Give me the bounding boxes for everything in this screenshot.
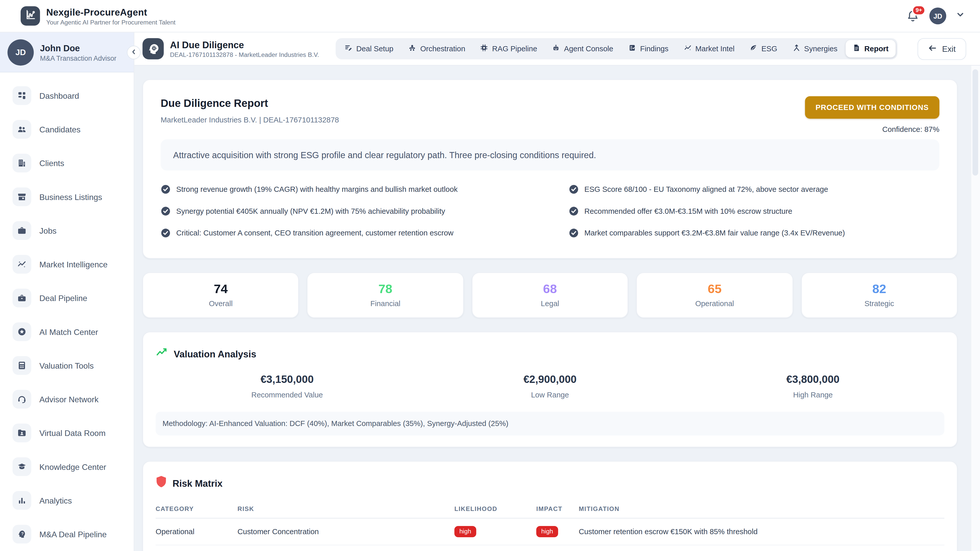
robot-icon	[552, 44, 560, 54]
app-title: Nexgile-ProcureAgent	[46, 6, 175, 17]
tab-esg[interactable]: ESG	[743, 40, 784, 58]
shield-icon	[156, 475, 167, 491]
tab-rag-pipeline[interactable]: RAG Pipeline	[473, 40, 544, 58]
due-diligence-report-card: Due Diligence Report MarketLeader Indust…	[142, 79, 957, 259]
chevron-left-icon	[130, 47, 137, 58]
sidebar-item-deal-pipeline[interactable]: Deal Pipeline	[13, 289, 134, 307]
sidebar-item-clients[interactable]: Clients	[13, 154, 134, 172]
profile-name: John Doe	[40, 43, 116, 53]
page-title: AI Due Diligence	[170, 39, 336, 50]
proceed-with-conditions-button[interactable]: PROCEED WITH CONDITIONS	[805, 96, 939, 119]
app-window: Nexgile-ProcureAgent Your Agentic AI Par…	[0, 0, 980, 551]
clipboard-check-icon	[628, 44, 636, 54]
user-avatar[interactable]: JD	[929, 7, 946, 24]
score-card-financial: 78 Financial	[307, 272, 463, 318]
chip-icon	[480, 44, 488, 54]
exit-button[interactable]: Exit	[918, 38, 966, 60]
score-label: Overall	[143, 299, 298, 308]
sidebar-item-candidates[interactable]: Candidates	[13, 120, 134, 138]
sidebar-item-dashboard[interactable]: Dashboard	[13, 86, 134, 105]
key-highlights: Strong revenue growth (19% CAGR) with he…	[161, 184, 939, 240]
score-card-operational: 65 Operational	[636, 272, 793, 318]
valuation-high-range: €3,800,000 High Range	[681, 373, 944, 399]
trend-sparkle-icon	[683, 44, 692, 54]
highlight-item: Strong revenue growth (19% CAGR) with he…	[161, 184, 531, 197]
score-value: 74	[143, 281, 298, 297]
sidebar-item-ma-deal-pipeline[interactable]: ? M&A Deal Pipeline	[13, 525, 134, 543]
valuation-analysis-card: Valuation Analysis €3,150,000 Recommende…	[142, 332, 957, 447]
star-circle-icon	[13, 322, 31, 341]
business-case-icon	[13, 289, 31, 307]
score-value: 65	[637, 281, 792, 297]
dashboard-icon	[13, 86, 31, 105]
score-label: Strategic	[802, 299, 957, 308]
notifications-button[interactable]: 9+	[906, 9, 920, 23]
highlight-item: Recommended offer €3.0M-€3.15M with 10% …	[569, 206, 939, 219]
tab-synergies[interactable]: Synergies	[785, 40, 844, 58]
executive-summary: Attractive acquisition with strong ESG p…	[161, 139, 939, 170]
tab-orchestration[interactable]: Orchestration	[401, 40, 472, 58]
valuation-title: Valuation Analysis	[174, 348, 256, 359]
risk-table-header: Category Risk Likelihood Impact Mitigati…	[156, 502, 945, 519]
tab-agent-console[interactable]: Agent Console	[546, 40, 620, 58]
main-content: Due Diligence Report MarketLeader Indust…	[135, 65, 980, 551]
chevron-down-icon[interactable]	[956, 10, 965, 22]
svg-text:?: ?	[21, 531, 24, 536]
document-icon	[853, 44, 861, 54]
sidebar-profile: JD John Doe M&A Transaction Advisor	[0, 32, 134, 73]
content-scrollbar[interactable]	[970, 65, 980, 551]
risk-table-row: Operational Key Person Dependency high h…	[156, 545, 945, 551]
score-card-overall: 74 Overall	[142, 272, 299, 318]
risk-mitigation: CEO 24-month transition with deferred co…	[579, 545, 945, 551]
arrow-left-icon	[928, 43, 937, 54]
check-circle-icon	[569, 228, 579, 241]
sidebar-item-valuation-tools[interactable]: Valuation Tools	[13, 356, 134, 375]
risk-name: Customer Concentration	[238, 519, 455, 545]
score-label: Operational	[637, 299, 792, 308]
sidebar-item-analytics[interactable]: Analytics	[13, 491, 134, 510]
tab-market-intel[interactable]: Market Intel	[676, 40, 741, 58]
sidebar-item-virtual-data-room[interactable]: Virtual Data Room	[13, 424, 134, 442]
merge-icon	[792, 44, 800, 54]
scrollbar-thumb[interactable]	[973, 69, 978, 176]
calculator-icon	[13, 356, 31, 375]
check-circle-icon	[161, 206, 170, 219]
sidebar-item-advisor-network[interactable]: Advisor Network	[13, 390, 134, 408]
sidebar-nav: Dashboard Candidates Clients Business Li…	[0, 73, 134, 544]
tab-report[interactable]: Report	[845, 40, 895, 58]
tab-findings[interactable]: Findings	[621, 40, 675, 58]
impact-badge: high	[536, 526, 558, 537]
sidebar-item-business-listings[interactable]: Business Listings	[13, 187, 134, 206]
page-subtitle: DEAL-1767101132878 - MarketLeader Indust…	[170, 51, 336, 58]
leaf-icon	[749, 44, 758, 54]
sidebar-item-ai-match-center[interactable]: AI Match Center	[13, 322, 134, 341]
folder-user-icon	[13, 424, 31, 442]
network-hub-icon	[408, 44, 417, 54]
risk-name: Key Person Dependency	[238, 545, 455, 551]
score-value: 82	[802, 281, 957, 297]
valuation-recommended: €3,150,000 Recommended Value	[156, 373, 418, 399]
check-circle-icon	[569, 206, 579, 219]
app-tagline: Your Agentic AI Partner for Procurement …	[46, 18, 175, 25]
sidebar-item-knowledge-center[interactable]: Knowledge Center	[13, 457, 134, 476]
score-value: 78	[308, 281, 463, 297]
sidebar-item-jobs[interactable]: Jobs	[13, 221, 134, 240]
highlight-item: Synergy potential €405K annually (NPV €1…	[161, 206, 531, 219]
graduation-icon	[13, 457, 31, 476]
valuation-methodology: Methodology: AI-Enhanced Valuation: DCF …	[156, 412, 945, 435]
highlight-item: ESG Score 68/100 - EU Taxonomy aligned a…	[569, 184, 939, 197]
score-card-legal: 68 Legal	[472, 272, 628, 318]
profile-role: M&A Transaction Advisor	[40, 54, 116, 62]
tab-bar: Deal Setup Orchestration RAG Pipeline Ag…	[336, 38, 897, 59]
page-header: AI Due Diligence DEAL-1767101132878 - Ma…	[135, 32, 980, 65]
chart-logo-icon	[24, 9, 37, 23]
tab-deal-setup[interactable]: Deal Setup	[337, 40, 400, 58]
brand-block: Nexgile-ProcureAgent Your Agentic AI Par…	[46, 6, 175, 25]
sidebar-item-market-intelligence[interactable]: Market Intelligence	[13, 255, 134, 273]
risk-mitigation: Customer retention escrow €150K with 85%…	[579, 519, 945, 545]
score-label: Financial	[308, 299, 463, 308]
sidebar-collapse-button[interactable]	[127, 46, 141, 59]
support-icon	[13, 390, 31, 408]
score-value: 68	[473, 281, 628, 297]
app-logo	[21, 6, 40, 25]
